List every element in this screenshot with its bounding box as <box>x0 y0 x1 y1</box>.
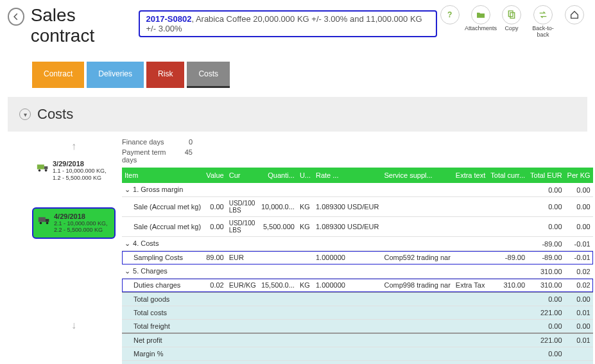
col-rate[interactable]: Rate ... <box>313 168 381 183</box>
svg-point-6 <box>45 169 47 172</box>
finance-days-value: 0 <box>173 138 193 146</box>
col-extra[interactable]: Extra text <box>453 168 488 183</box>
table-row[interactable]: Sale (Accrual met kg) 0.00 USD/100 LBS 1… <box>122 197 593 217</box>
tab-bar: Contract Deliveries Risk Costs <box>0 62 595 88</box>
delivery-card[interactable]: 3/29/2018 1.1 - 10,000.000 KG, 1.2 - 5,5… <box>32 156 116 186</box>
chevron-down-icon: ⌄ <box>125 239 131 248</box>
svg-rect-3 <box>37 164 44 169</box>
copy-button[interactable]: Copy <box>499 5 524 39</box>
home-icon <box>569 10 580 20</box>
svg-point-9 <box>40 221 42 224</box>
truck-icon <box>36 160 50 175</box>
tab-risk[interactable]: Risk <box>146 62 184 88</box>
transfer-icon <box>538 10 548 20</box>
help-button[interactable]: ? <box>437 5 463 39</box>
delivery-lines: 2.1 - 10,000.000 KG, 2.2 - 5,500.000 KG <box>54 220 110 234</box>
delivery-date: 4/29/2018 <box>54 212 110 220</box>
tab-costs[interactable]: Costs <box>187 62 230 88</box>
svg-point-5 <box>39 169 41 172</box>
svg-rect-4 <box>44 166 48 169</box>
summary-annualized: Annualized % 0.00 <box>122 361 593 365</box>
tab-deliveries[interactable]: Deliveries <box>87 62 144 88</box>
collapse-button[interactable]: ▾ <box>19 108 31 120</box>
chevron-down-icon: ⌄ <box>125 267 131 275</box>
copy-icon <box>506 10 517 20</box>
group-gross-margin[interactable]: ⌄ 1. Gross margin 0.00 0.00 <box>122 183 593 197</box>
delivery-lines: 1.1 - 10,000.000 KG, 1.2 - 5,500.000 KG <box>53 168 112 182</box>
summary-total-freight: Total freight 0.00 0.00 <box>122 320 593 334</box>
finance-days-label: Finance days <box>122 138 173 146</box>
svg-rect-7 <box>39 217 46 221</box>
col-cur[interactable]: Cur <box>227 168 259 183</box>
col-item[interactable]: Item <box>122 168 203 183</box>
section-header: ▾ Costs <box>8 97 587 132</box>
truck-icon <box>37 212 51 228</box>
table-row[interactable]: Sale (Accrual met kg) 0.00 USD/100 LBS 5… <box>122 217 593 237</box>
page-title: Sales contract <box>31 5 134 46</box>
scroll-up-button[interactable]: ↑ <box>71 141 76 152</box>
group-costs[interactable]: ⌄ 4. Costs -89.00 -0.01 <box>122 237 593 251</box>
col-value[interactable]: Value <box>203 168 227 183</box>
tab-contract[interactable]: Contract <box>32 62 84 88</box>
contract-id: 2017-S0802 <box>146 14 192 24</box>
contract-summary-pill: 2017-S0802, Arabica Coffee 20,000.000 KG… <box>139 10 437 37</box>
group-charges[interactable]: ⌄ 5. Charges 310.00 0.02 <box>122 264 593 279</box>
col-qty[interactable]: Quanti... <box>259 168 297 183</box>
back-to-back-button[interactable]: Back-to-back <box>528 5 558 39</box>
payment-term-label: Payment term days <box>122 148 173 164</box>
grid-header-row: Item Value Cur Quanti... U... Rate ... S… <box>122 168 593 183</box>
col-supplier[interactable]: Service suppl... <box>381 168 453 183</box>
back-button[interactable] <box>8 8 24 26</box>
summary-net-profit: Net profit 221.00 0.01 <box>122 333 593 347</box>
delivery-date: 3/29/2018 <box>53 160 112 168</box>
delivery-card-active[interactable]: 4/29/2018 2.1 - 10,000.000 KG, 2.2 - 5,5… <box>32 207 116 239</box>
svg-text:?: ? <box>447 10 452 19</box>
summary-margin: Margin % 0.00 <box>122 347 593 361</box>
payment-term-value: 45 <box>173 148 193 164</box>
col-per-kg[interactable]: Per KG <box>565 168 593 183</box>
row-duties-charges[interactable]: Duties charges 0.02 EUR/KG 15,500.0... K… <box>122 279 593 293</box>
scroll-down-button[interactable]: ↓ <box>71 320 76 331</box>
cost-grid: Item Value Cur Quanti... U... Rate ... S… <box>122 168 593 364</box>
svg-rect-8 <box>46 219 49 222</box>
summary-total-costs: Total costs 221.00 0.01 <box>122 306 593 320</box>
col-total-eur[interactable]: Total EUR <box>528 168 565 183</box>
chevron-down-icon: ⌄ <box>125 186 131 194</box>
col-uom[interactable]: U... <box>297 168 313 183</box>
section-title: Costs <box>37 106 73 123</box>
arrow-left-icon <box>12 12 21 21</box>
svg-point-10 <box>46 221 49 224</box>
attachments-button[interactable]: Attachments <box>467 5 495 39</box>
row-sampling-costs[interactable]: Sampling Costs 89.00 EUR 1.000000 Comp59… <box>122 251 593 264</box>
folder-icon <box>476 10 486 20</box>
col-total-curr[interactable]: Total curr... <box>488 168 528 183</box>
summary-total-goods: Total goods 0.00 0.00 <box>122 292 593 306</box>
home-button[interactable] <box>562 5 587 39</box>
help-icon: ? <box>445 10 455 20</box>
